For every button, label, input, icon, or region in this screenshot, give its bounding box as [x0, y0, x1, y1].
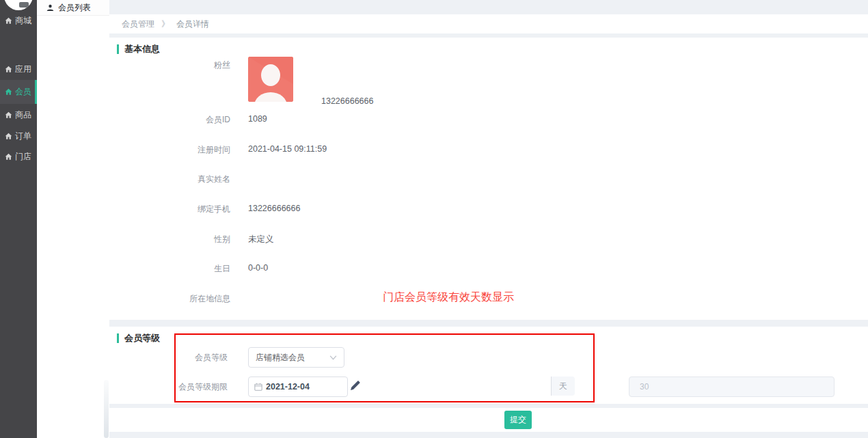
fan-phone: 13226666666 [321, 96, 373, 106]
title-accent-bar [117, 44, 119, 54]
field-row-birthday: 生日 0-0-0 [109, 263, 629, 293]
home-icon [5, 153, 12, 161]
field-row-bound-phone: 绑定手机 13226666666 [109, 204, 629, 234]
home-icon [5, 66, 12, 73]
field-label: 性别 [109, 234, 230, 245]
avatar-person-icon [248, 57, 293, 102]
member-level-title-text: 会员等级 [124, 332, 160, 344]
term-date-input[interactable]: 2021-12-04 [248, 377, 348, 397]
breadcrumb-current: 会员详情 [176, 18, 209, 30]
field-label: 会员ID [109, 114, 230, 126]
calendar-icon [254, 383, 262, 391]
submenu-item-member-list[interactable]: 会员列表 [37, 0, 109, 16]
member-level-select[interactable]: 店铺精选会员 [248, 347, 344, 368]
basic-info-fields: 会员ID 1089 注册时间 2021-04-15 09:11:59 真实姓名 … [109, 114, 629, 323]
home-icon [5, 17, 12, 25]
member-avatar [248, 57, 293, 102]
field-value: 未定义 [248, 234, 274, 245]
primary-sidebar: 商城 应用 会员 商品 订单 门店 [0, 0, 37, 438]
sidebar-item-label: 订单 [15, 131, 31, 142]
member-level-title: 会员等级 [117, 332, 160, 344]
chevron-down-icon [329, 355, 337, 360]
logo-mark [19, 2, 29, 8]
field-label: 所在地信息 [109, 293, 230, 305]
red-annotation-text: 门店会员等级有效天数显示 [383, 290, 514, 305]
sidebar-item-members[interactable]: 会员 [0, 80, 37, 104]
field-row-register-time: 注册时间 2021-04-15 09:11:59 [109, 144, 629, 174]
field-row-gender: 性别 未定义 [109, 234, 629, 264]
title-accent-bar [117, 333, 119, 343]
fan-label: 粉丝 [109, 59, 230, 71]
scrollbar-thumb[interactable] [104, 380, 109, 438]
person-icon [46, 4, 54, 12]
sidebar-item-stores[interactable]: 门店 [0, 149, 37, 164]
field-value: 0-0-0 [248, 263, 268, 273]
fan-row: 粉丝 13226666666 [109, 57, 519, 105]
submenu-item-label: 会员列表 [58, 2, 91, 14]
bottom-strip [109, 432, 868, 438]
home-icon [5, 88, 12, 96]
field-label: 真实姓名 [109, 174, 230, 185]
member-level-selected-value: 店铺精选会员 [256, 352, 305, 364]
breadcrumb-parent[interactable]: 会员管理 [122, 18, 154, 30]
basic-info-title: 基本信息 [117, 43, 160, 55]
breadcrumb-separator: 》 [161, 18, 169, 30]
home-icon [5, 133, 12, 140]
field-value: 2021-04-15 09:11:59 [248, 144, 327, 154]
field-label: 生日 [109, 263, 230, 275]
valid-days-input[interactable]: 30 [629, 377, 835, 397]
secondary-sidebar: 会员列表 [37, 0, 109, 438]
basic-info-card: 基本信息 粉丝 13226666666 会员ID 1089 注册时间 20 [109, 38, 868, 320]
field-label: 绑定手机 [109, 204, 230, 215]
sidebar-item-label: 商品 [15, 109, 31, 121]
edit-pencil-icon[interactable] [350, 380, 361, 391]
sidebar-item-goods[interactable]: 商品 [0, 107, 37, 122]
sidebar-item-label: 应用 [15, 64, 31, 75]
valid-days-input-group: 30 天 [369, 377, 575, 397]
member-level-label: 会员等级 [109, 347, 228, 368]
app-logo[interactable] [4, 0, 33, 10]
basic-info-title-text: 基本信息 [124, 43, 160, 55]
field-label: 注册时间 [109, 144, 230, 156]
member-level-term-row: 会员等级期限 2021-12-04 30 天 [109, 377, 629, 397]
field-row-member-id: 会员ID 1089 [109, 114, 629, 144]
main-content: 会员管理 》 会员详情 基本信息 粉丝 13226666666 会员ID [109, 0, 868, 438]
footer-bar: 提交 [109, 408, 868, 432]
member-level-row: 会员等级 店铺精选会员 [109, 347, 629, 368]
days-unit-suffix: 天 [551, 377, 575, 396]
sidebar-item-label: 会员 [15, 86, 31, 98]
field-row-location: 所在地信息 [109, 293, 629, 323]
sidebar-item-mall[interactable]: 商城 [0, 13, 37, 28]
sidebar-item-apps[interactable]: 应用 [0, 61, 37, 77]
sidebar-item-label: 商城 [15, 15, 31, 27]
breadcrumb: 会员管理 》 会员详情 [109, 14, 868, 33]
member-level-term-label: 会员等级期限 [109, 377, 228, 397]
field-value: 13226666666 [248, 204, 300, 213]
member-level-card: 会员等级 会员等级 店铺精选会员 会员等级期限 2021-12- [109, 327, 868, 404]
sidebar-item-orders[interactable]: 订单 [0, 128, 37, 143]
field-value: 1089 [248, 114, 267, 124]
sidebar-item-label: 门店 [15, 151, 31, 163]
submit-button[interactable]: 提交 [504, 411, 532, 429]
field-row-real-name: 真实姓名 [109, 174, 629, 204]
home-icon [5, 111, 12, 119]
term-date-value: 2021-12-04 [266, 382, 310, 392]
